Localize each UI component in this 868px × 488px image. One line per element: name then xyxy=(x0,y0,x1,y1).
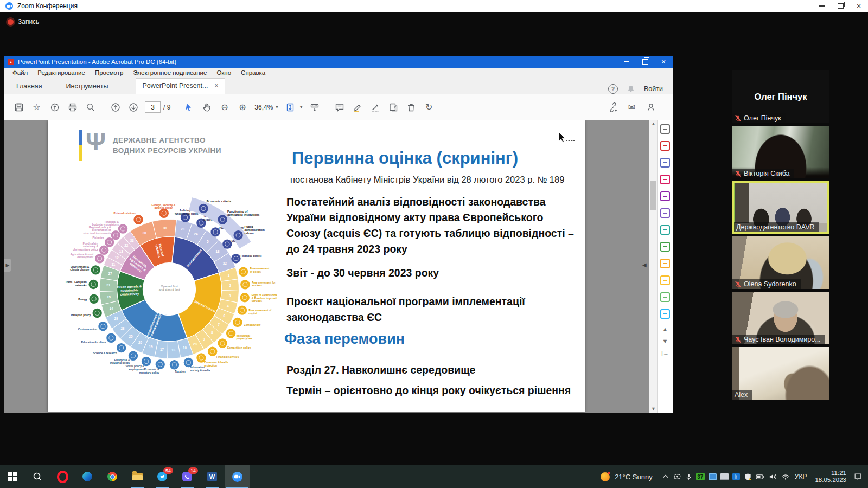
create-pdf-icon[interactable] xyxy=(660,158,670,168)
scrolling-mode-tool[interactable] xyxy=(305,99,323,115)
zoom-maximize-button[interactable] xyxy=(831,0,850,12)
taskbar-app-explorer[interactable] xyxy=(125,465,150,488)
edit-pdf-icon[interactable] xyxy=(660,208,670,218)
participant-tile-0[interactable]: Олег ПінчукОлег Пінчук xyxy=(732,70,829,123)
taskbar-app-search[interactable] xyxy=(25,465,50,488)
menu-item-0[interactable]: Файл xyxy=(8,69,33,76)
highlighter-tool[interactable] xyxy=(348,99,366,115)
screen-capture-icon[interactable] xyxy=(673,473,681,480)
weather-sun-icon[interactable] xyxy=(601,472,610,481)
rail-scroll-up-icon[interactable]: ▲ xyxy=(662,326,668,332)
protect-icon[interactable] xyxy=(660,309,670,319)
zoom-close-button[interactable]: ✕ xyxy=(850,0,868,12)
menu-item-3[interactable]: Электронное подписание xyxy=(128,69,212,76)
link-tool[interactable] xyxy=(604,99,622,115)
fit-page-tool[interactable] xyxy=(281,99,299,115)
search-tools-icon[interactable] xyxy=(660,124,670,134)
zoom-level-value[interactable]: 36,4% xyxy=(254,104,273,111)
participant-tile-5[interactable]: Alex xyxy=(732,347,829,400)
search-icon[interactable] xyxy=(81,99,99,115)
print-button[interactable] xyxy=(63,99,81,115)
taskbar-app-telegram[interactable]: 54 xyxy=(150,465,175,488)
weather-text[interactable]: 21°C Sunny xyxy=(615,473,653,481)
menu-item-4[interactable]: Окно xyxy=(212,69,236,76)
sign-tool[interactable] xyxy=(366,99,384,115)
help-icon[interactable]: ? xyxy=(608,84,618,94)
comment-tool[interactable] xyxy=(330,99,348,115)
left-panel-expand-icon[interactable]: ▶ xyxy=(4,259,11,272)
counter-badge-icon[interactable]: 37 xyxy=(696,473,705,480)
tray-chevron-up-icon[interactable] xyxy=(662,473,669,480)
participant-tile-3[interactable]: Olena Sydorenko xyxy=(732,236,829,289)
menu-item-1[interactable]: Редактирование xyxy=(33,69,90,76)
zoom-out-button[interactable]: ⊖ xyxy=(215,99,233,115)
security-shield-icon[interactable]: ! xyxy=(744,473,752,481)
participant-tile-4[interactable]: Чаус Іван Володимиро... xyxy=(732,292,829,344)
wifi-icon[interactable] xyxy=(781,473,790,480)
tab-document[interactable]: PowerPoint Present... × xyxy=(136,78,226,94)
print-production-icon[interactable] xyxy=(660,292,670,302)
right-panel-collapse-icon[interactable]: ◀ xyxy=(642,262,647,268)
share-upload-icon[interactable] xyxy=(46,99,63,115)
scrollbar-thumb[interactable] xyxy=(650,181,656,210)
participant-tile-2[interactable]: Держводагентство DAVR xyxy=(732,181,829,234)
taskbar-app-word[interactable]: W xyxy=(200,465,225,488)
share-panel-icon[interactable]: |→ xyxy=(661,350,669,356)
participant-tile-1[interactable]: Вікторія Скиба xyxy=(732,126,829,178)
sign-in-button[interactable]: Войти xyxy=(644,85,663,93)
svg-text:24: 24 xyxy=(194,232,197,236)
menu-item-5[interactable]: Справка xyxy=(236,69,270,76)
tab-close-icon[interactable]: × xyxy=(214,82,218,89)
save-button[interactable] xyxy=(10,99,28,115)
fit-dropdown-caret-icon[interactable]: ▼ xyxy=(299,105,303,110)
delete-pages-tool[interactable] xyxy=(402,99,420,115)
previous-page-button[interactable] xyxy=(106,99,124,115)
select-cursor-tool[interactable] xyxy=(180,99,197,115)
spreadsheet-icon[interactable] xyxy=(660,242,670,252)
convert-pdf-icon[interactable] xyxy=(660,225,670,235)
acrobat-close-button[interactable]: ✕ xyxy=(654,56,673,68)
remote-desktop-icon[interactable] xyxy=(709,473,717,480)
bluetooth-icon[interactable]: ᛒ xyxy=(732,473,740,480)
email-icon[interactable]: ✉ xyxy=(623,99,641,115)
taskbar-app-zoom[interactable] xyxy=(225,465,250,488)
display-tray-icon[interactable] xyxy=(720,473,729,480)
taskbar-app-opera[interactable] xyxy=(50,465,75,488)
clock[interactable]: 11:21 18.05.2023 xyxy=(815,470,846,484)
battery-icon[interactable] xyxy=(756,473,765,480)
acrobat-restore-button[interactable] xyxy=(636,56,654,68)
organize-pages-icon[interactable] xyxy=(660,175,670,184)
taskbar-app-viber[interactable]: 14 xyxy=(175,465,200,488)
taskbar-app-chrome[interactable] xyxy=(100,465,125,488)
acrobat-minimize-button[interactable] xyxy=(617,56,636,68)
scroll-down-icon[interactable]: ▼ xyxy=(649,406,658,412)
star-favorites-icon[interactable]: ☆ xyxy=(28,99,46,115)
combine-files-icon[interactable] xyxy=(660,191,670,201)
taskbar-app-edge[interactable] xyxy=(75,465,100,488)
tab-tools[interactable]: Инструменты xyxy=(54,79,120,94)
action-center-icon[interactable] xyxy=(853,472,863,481)
zoom-in-button[interactable]: ⊕ xyxy=(233,99,251,115)
hand-pan-tool[interactable] xyxy=(197,99,215,115)
rotate-pages-tool[interactable]: ↻ xyxy=(420,99,438,115)
comment-tool-icon[interactable] xyxy=(660,275,670,285)
taskbar-app-start[interactable] xyxy=(0,465,25,488)
next-page-button[interactable] xyxy=(124,99,142,115)
account-person-icon[interactable] xyxy=(642,99,660,115)
document-scrollbar[interactable]: ▲ ▼ xyxy=(649,120,658,413)
menu-item-2[interactable]: Просмотр xyxy=(90,69,129,76)
zoom-minimize-button[interactable] xyxy=(813,0,831,12)
tab-home[interactable]: Главная xyxy=(4,79,54,94)
pdf-page: Ψ ДЕРЖАВНЕ АГЕНТСТВО ВОДНИХ РЕСУРСІВ УКР… xyxy=(48,120,585,412)
scroll-up-icon[interactable]: ▲ xyxy=(649,121,658,126)
fill-sign-icon[interactable] xyxy=(660,259,670,268)
stamp-pages-tool[interactable] xyxy=(384,99,402,115)
microphone-tray-icon[interactable] xyxy=(685,473,692,481)
export-pdf-icon[interactable] xyxy=(660,141,670,151)
zoom-dropdown-caret-icon[interactable]: ▼ xyxy=(275,105,279,110)
rail-scroll-down-icon[interactable]: ▼ xyxy=(662,338,668,344)
page-number-input[interactable]: 3 xyxy=(145,101,161,113)
notifications-bell-icon[interactable] xyxy=(627,85,635,93)
volume-icon[interactable] xyxy=(769,473,777,480)
keyboard-language[interactable]: УКР xyxy=(795,473,807,480)
